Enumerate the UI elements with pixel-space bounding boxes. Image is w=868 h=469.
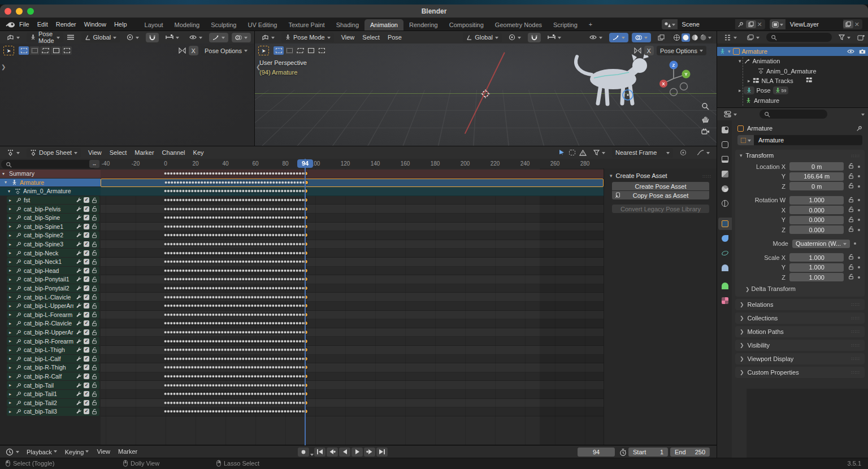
expand-icon[interactable]: ▸ xyxy=(9,400,14,405)
grid-row-cat-bip-r-calf[interactable] xyxy=(101,372,604,381)
menu-top-render[interactable]: Render xyxy=(52,21,80,28)
object-data-tab[interactable] xyxy=(718,280,732,292)
collapse-icon[interactable]: ▾ xyxy=(8,189,12,194)
proportional-edit-dropdown[interactable] xyxy=(162,33,183,42)
expand-icon[interactable]: ▸ xyxy=(9,365,14,370)
expand-icon[interactable]: ▸ xyxy=(9,294,14,299)
keyframe-strip[interactable] xyxy=(164,294,306,299)
animate-property-dot[interactable] xyxy=(858,175,860,177)
keyframe-strip[interactable] xyxy=(164,171,306,176)
unlock-icon[interactable] xyxy=(92,223,97,229)
animate-property-dot[interactable] xyxy=(858,199,860,201)
errors-filter-icon[interactable] xyxy=(579,150,587,156)
expand-icon[interactable]: ▸ xyxy=(9,250,14,255)
keyframe-strip[interactable] xyxy=(164,198,306,203)
pin-icon[interactable] xyxy=(16,268,21,273)
unlock-icon[interactable] xyxy=(848,183,854,189)
channel-cat-bip-ponytail2-13[interactable]: ▸cat_bip-Ponytail2✓ xyxy=(7,284,99,293)
modifier-wrench-icon[interactable] xyxy=(76,232,81,238)
menu-dopesheet-channel[interactable]: Channel xyxy=(158,149,189,156)
animate-property-dot[interactable] xyxy=(858,276,860,279)
create-pose-asset-panel-header[interactable]: ▾Create Pose Asset::::: xyxy=(604,168,717,182)
keyframe-strip[interactable] xyxy=(164,312,306,317)
keyframe-strip[interactable] xyxy=(164,206,306,211)
channel-enable-checkbox[interactable]: ✓ xyxy=(84,320,89,326)
unlock-icon[interactable] xyxy=(92,320,97,327)
tab-geometry-nodes[interactable]: Geometry Nodes xyxy=(489,19,548,31)
channel-enable-checkbox[interactable]: ✓ xyxy=(84,294,89,300)
select-lasso-tool[interactable] xyxy=(295,46,305,55)
expand-icon[interactable]: ▸ xyxy=(9,233,14,238)
cursor-tool[interactable] xyxy=(306,46,316,55)
navigation-gizmo[interactable]: Z Y X xyxy=(657,58,693,97)
pin-icon[interactable] xyxy=(16,294,21,300)
unlock-icon[interactable] xyxy=(92,347,97,353)
only-selected-toggle[interactable] xyxy=(558,149,565,156)
expand-icon[interactable]: ▸ xyxy=(9,330,14,335)
pin-icon[interactable] xyxy=(16,197,21,203)
dope-sheet-mode-dropdown[interactable]: Dope Sheet xyxy=(27,148,81,158)
unlock-icon[interactable] xyxy=(92,259,97,265)
scene-browse-button[interactable] xyxy=(662,19,678,29)
animate-property-dot[interactable] xyxy=(858,209,860,211)
menu-timeline-view[interactable]: View xyxy=(93,448,114,455)
keyframe-strip[interactable] xyxy=(164,338,306,344)
end-frame-field[interactable]: End250 xyxy=(670,448,710,457)
value-field[interactable]: 1.000 xyxy=(789,196,844,205)
grid-row-armature[interactable] xyxy=(101,179,604,188)
unlock-icon[interactable] xyxy=(848,264,854,270)
annotate-tool[interactable] xyxy=(62,46,72,55)
channel-enable-checkbox[interactable]: ✓ xyxy=(84,215,89,220)
expand-icon[interactable]: ▸ xyxy=(9,356,14,361)
unlock-icon[interactable] xyxy=(848,206,854,212)
new-scene-button[interactable] xyxy=(746,20,756,28)
unlock-icon[interactable] xyxy=(92,391,97,397)
hide-eye-icon[interactable] xyxy=(847,49,854,54)
channel-cat-bip-head-11[interactable]: ▸cat_bip-Head✓ xyxy=(7,267,99,275)
visibility-dropdown[interactable] xyxy=(186,33,206,42)
pin-icon[interactable] xyxy=(16,347,21,353)
grid-row-cat-bip-tail2[interactable] xyxy=(101,399,604,408)
channel-fst-3[interactable]: ▸fst✓ xyxy=(7,196,99,205)
keyframe-strip[interactable] xyxy=(164,330,306,335)
unlock-icon[interactable] xyxy=(848,173,854,179)
grid-row-cat-bip-ponytail1[interactable] xyxy=(101,275,604,284)
menu-viewport-pose[interactable]: Pose xyxy=(384,34,406,41)
pin-icon[interactable] xyxy=(16,383,21,388)
outliner-filter-dropdown[interactable] xyxy=(835,33,854,42)
frame-range-toggle[interactable]: ↔ xyxy=(89,160,99,168)
collapse-icon[interactable]: ▾ xyxy=(5,180,9,185)
pin-icon[interactable] xyxy=(16,250,21,256)
keyframe-strip[interactable] xyxy=(164,180,307,185)
view-layer-name[interactable]: ViewLayer xyxy=(785,19,843,29)
expand-icon[interactable]: ▸ xyxy=(9,312,14,317)
grid-row-cat-bip-l-upperarm[interactable] xyxy=(101,302,604,311)
outliner-filter-images-dropdown[interactable] xyxy=(744,33,763,42)
unlock-icon[interactable] xyxy=(92,294,97,300)
value-field[interactable]: 1.000 xyxy=(789,253,844,262)
channel-cat-bip-spine-5[interactable]: ▸cat_bip-Spine✓ xyxy=(7,214,99,222)
modifier-wrench-icon[interactable] xyxy=(76,374,81,379)
scene-tab[interactable] xyxy=(718,183,732,195)
grid-row-cat-bip-head[interactable] xyxy=(101,267,604,276)
unlock-icon[interactable] xyxy=(92,382,97,388)
keyframe-strip[interactable] xyxy=(164,189,306,194)
menu-top-edit[interactable]: Edit xyxy=(33,21,52,28)
material-shading-icon[interactable] xyxy=(691,34,698,41)
channel-enable-checkbox[interactable]: ✓ xyxy=(84,197,89,203)
channel-enable-checkbox[interactable]: ✓ xyxy=(84,224,89,229)
channel-enable-checkbox[interactable]: ✓ xyxy=(84,374,89,379)
channel-anim-0-armature-2[interactable]: ▾Anim_0_Armature xyxy=(0,187,101,196)
modifier-wrench-icon[interactable] xyxy=(76,364,81,370)
channel-enable-checkbox[interactable]: ✓ xyxy=(84,250,89,256)
pose-options-dropdown[interactable]: Pose Options xyxy=(657,46,706,55)
modifier-wrench-icon[interactable] xyxy=(76,329,81,335)
outliner-row-pose-4[interactable]: ▸Pose59 xyxy=(717,86,868,95)
menu-dopesheet-view[interactable]: View xyxy=(84,149,106,156)
pin-icon[interactable] xyxy=(16,259,21,264)
channel-enable-checkbox[interactable]: ✓ xyxy=(84,409,89,414)
pin-icon[interactable] xyxy=(16,320,21,326)
properties-search[interactable] xyxy=(760,110,827,119)
gizmos-dropdown[interactable] xyxy=(609,33,628,42)
channel-cat-bip-r-upperarm-18[interactable]: ▸cat_bip-R-UpperArm✓ xyxy=(7,328,99,337)
